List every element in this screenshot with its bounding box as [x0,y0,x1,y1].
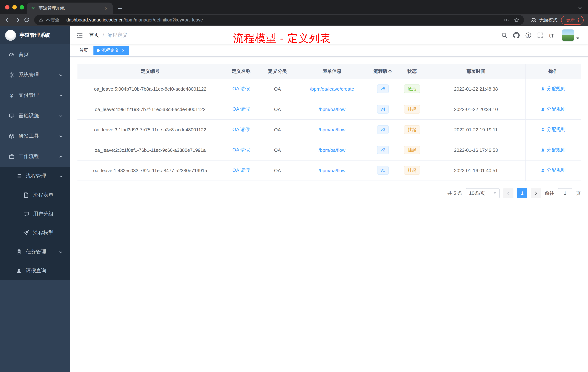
form-link[interactable]: /bpm/oa/flow [319,168,345,173]
tag-home[interactable]: 首页 [76,46,91,55]
forward-button[interactable] [12,15,22,25]
tab-search-button[interactable] [578,6,582,10]
column-header-definition-id: 定义编号 [77,64,223,79]
sidebar-item-workflow[interactable]: 工作流程 [0,146,70,167]
sidebar-item-task-mgmt[interactable]: 任务管理 [0,242,70,261]
key-icon[interactable] [504,17,509,23]
fullscreen-icon[interactable] [537,32,544,39]
sidebar-logo: 芋道管理系统 [0,26,70,44]
deploy-time: 2022-01-16 01:40:51 [427,160,525,181]
reload-button[interactable] [22,15,31,25]
address-bar[interactable]: 不安全 dashboard.yudao.iocoder.cn/bpm/manag… [34,15,524,25]
status-badge: 激活 [404,85,420,93]
bookmark-star-icon[interactable] [514,17,520,23]
sidebar-item-home[interactable]: 首页 [0,44,70,65]
page-number-button[interactable]: 1 [517,188,527,198]
version-badge: v4 [377,105,389,114]
status-badge: 挂起 [404,125,420,134]
minimize-window-button[interactable] [12,5,17,10]
help-icon[interactable]: ? [525,32,532,39]
assign-rule-link[interactable]: 分配规则 [541,147,566,153]
sidebar-item-process-form[interactable]: 流程表单 [0,186,70,205]
user-menu[interactable] [562,29,579,42]
definition-name-link[interactable]: OA 请假 [232,147,250,153]
definition-id: oa_leave:2:3c1f0ef1-76b1-11ec-9c66-a2380… [77,140,223,160]
definition-id: oa_leave:1:482ec033-762a-11ec-8477-a2380… [77,160,223,181]
monitor-icon [9,113,15,119]
page-size-select[interactable]: 10条/页 [466,188,500,198]
version-badge: v1 [377,166,389,175]
form-link[interactable]: /bpm/oa/flow [319,147,345,153]
font-size-icon[interactable]: tT [549,32,554,38]
back-button[interactable] [3,15,12,25]
briefcase-icon [9,153,15,159]
table-row: oa_leave:4:991f2193-7b7f-11ec-a3c8-acde4… [77,99,581,119]
sidebar-item-label: 流程表单 [33,192,53,198]
definition-name-link[interactable]: OA 请假 [232,127,250,132]
tag-close-icon[interactable]: × [121,48,126,53]
person-icon [541,148,545,152]
sidebar-item-devtools[interactable]: 研发工具 [0,126,70,146]
column-header-category: 定义分类 [259,64,296,79]
workflow-submenu: 流程管理 流程表单 用户分组 [0,167,70,280]
sidebar-item-user-group[interactable]: 用户分组 [0,205,70,223]
sidebar-item-label: 基础设施 [19,112,39,119]
goto-label: 前往 [545,190,554,196]
close-window-button[interactable] [5,5,10,10]
sidebar-item-label: 用户分组 [33,211,53,217]
sidebar-item-label: 请假查询 [26,268,46,274]
person-icon [541,87,545,91]
sidebar-item-system[interactable]: 系统管理 [0,65,70,85]
logo-avatar [5,30,16,41]
security-indicator[interactable]: 不安全 [39,17,59,23]
sidebar-item-label: 任务管理 [26,249,46,255]
person-icon [541,127,545,132]
page-unit-label: 页 [576,190,581,196]
person-icon [541,168,545,173]
table-row: oa_leave:5:004b710b-7b8a-11ec-8ef0-acde4… [77,79,581,99]
sidebar-item-leave-query[interactable]: 请假查询 [0,261,70,280]
form-link[interactable]: /bpm/oa/leave/create [310,86,354,92]
new-tab-button[interactable] [117,2,123,14]
page-content: 定义编号 定义名称 定义分类 表单信息 流程版本 状态 部署时间 操作 oa_l [70,57,588,206]
status-badge: 挂起 [404,146,420,154]
column-header-actions: 操作 [525,64,581,79]
chevron-down-icon [494,192,496,194]
sidebar-item-process-model[interactable]: 流程模型 [0,223,70,242]
assign-rule-link[interactable]: 分配规则 [541,126,566,133]
browser-tab-strip: 芋道管理系统 × [0,0,588,14]
yen-icon: ¥ [9,92,15,98]
browser-tab[interactable]: 芋道管理系统 × [27,2,113,14]
zoom-window-button[interactable] [20,5,24,10]
active-dot [97,49,100,52]
warning-icon [39,17,44,22]
next-page-button[interactable] [531,188,541,198]
search-icon[interactable] [501,32,508,39]
form-link[interactable]: /bpm/oa/flow [319,127,345,132]
chevron-up-icon [59,174,63,178]
tab-close-icon[interactable]: × [103,6,109,11]
sidebar-item-process-mgmt[interactable]: 流程管理 [0,167,70,186]
person-icon [16,268,22,274]
update-label: 更新 [566,17,575,23]
sidebar-item-infrastructure[interactable]: 基础设施 [0,106,70,126]
breadcrumb-home[interactable]: 首页 [89,32,99,39]
sidebar-item-label: 系统管理 [19,72,39,78]
assign-rule-link[interactable]: 分配规则 [541,167,566,174]
definition-name-link[interactable]: OA 请假 [232,167,250,173]
svg-text:?: ? [527,33,529,37]
browser-update-menu-button[interactable]: 更新 ⋮ [561,15,584,25]
goto-page-input[interactable] [558,188,572,198]
github-icon[interactable] [513,32,520,39]
sidebar-item-payment[interactable]: ¥ 支付管理 [0,85,70,106]
form-link[interactable]: /bpm/oa/flow [319,107,345,112]
tag-process-definition[interactable]: 流程定义 × [94,46,129,55]
assign-rule-link[interactable]: 分配规则 [541,106,566,112]
sidebar-fold-icon[interactable] [76,32,83,39]
definition-name-link[interactable]: OA 请假 [232,106,250,112]
assign-rule-link[interactable]: 分配规则 [541,86,566,92]
url-text: dashboard.yudao.iocoder.cn/bpm/manager/d… [66,17,504,22]
pagination: 共 5 条 10条/页 1 前往 页 [77,188,581,198]
prev-page-button[interactable] [503,188,514,198]
definition-name-link[interactable]: OA 请假 [232,86,250,91]
